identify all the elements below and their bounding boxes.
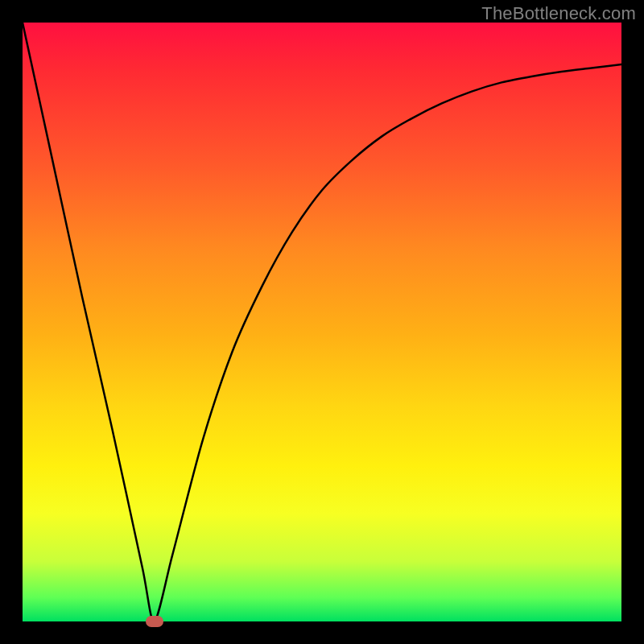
curve-svg xyxy=(23,23,621,621)
minimum-marker xyxy=(146,616,163,627)
watermark-text: TheBottleneck.com xyxy=(481,3,636,24)
plot-area xyxy=(23,23,621,621)
chart-frame: TheBottleneck.com xyxy=(0,0,644,644)
curve-path xyxy=(23,23,621,621)
